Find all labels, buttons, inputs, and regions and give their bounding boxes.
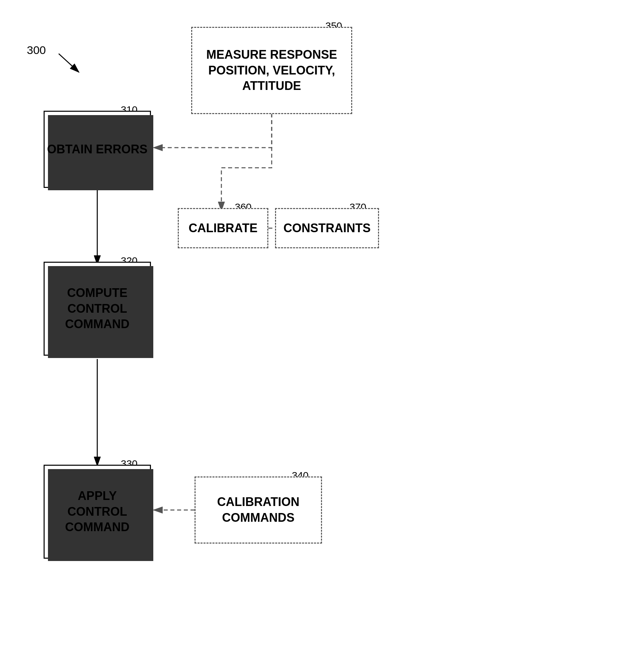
calibration-commands-label: CALIBRATIONCOMMANDS [217, 494, 299, 526]
constraints-box: CONSTRAINTS [275, 208, 379, 248]
constraints-label: CONSTRAINTS [283, 221, 371, 236]
calibrate-box: CALIBRATE [178, 208, 268, 248]
calibration-commands-box: CALIBRATIONCOMMANDS [194, 476, 322, 544]
apply-control-label: APPLYCONTROLCOMMAND [65, 488, 130, 535]
obtain-errors-box: OBTAIN ERRORS [44, 111, 151, 188]
obtain-errors-label: OBTAIN ERRORS [47, 142, 147, 157]
calibrate-label: CALIBRATE [188, 221, 257, 236]
measure-response-box: MEASURE RESPONSEPOSITION, VELOCITY,ATTIT… [191, 27, 352, 114]
apply-control-box: APPLYCONTROLCOMMAND [44, 465, 151, 559]
svg-line-6 [59, 54, 79, 72]
compute-control-label: COMPUTECONTROLCOMMAND [65, 285, 130, 332]
measure-response-label: MEASURE RESPONSEPOSITION, VELOCITY,ATTIT… [206, 47, 337, 94]
diagram-id-label: 300 [27, 44, 46, 57]
diagram-container: 300 OBTAIN ERRORS 310 COMPUTECONTROLCOMM… [0, 0, 644, 661]
compute-control-box: COMPUTECONTROLCOMMAND [44, 262, 151, 356]
